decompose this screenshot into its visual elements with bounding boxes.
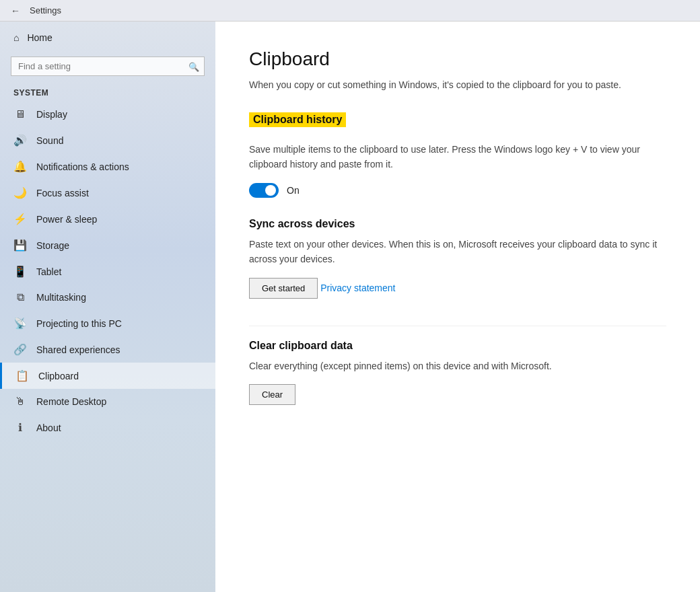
sidebar-item-home[interactable]: ⌂ Home <box>0 22 215 54</box>
clipboard-icon: 📋 <box>15 369 29 382</box>
toggle-thumb <box>265 185 276 196</box>
multitasking-icon: ⧉ <box>13 291 27 303</box>
sidebar-item-tablet[interactable]: 📱 Tablet <box>0 258 215 285</box>
sidebar-item-notifications[interactable]: 🔔 Notifications & actions <box>0 153 215 180</box>
sidebar-item-label: Sound <box>36 135 63 146</box>
main-layout: ⌂ Home 🔍 System 🖥 Display 🔊 Sound 🔔 Noti… <box>0 22 700 592</box>
sound-icon: 🔊 <box>13 134 27 147</box>
sidebar-item-multitasking[interactable]: ⧉ Multitasking <box>0 285 215 310</box>
sidebar-item-focus-assist[interactable]: 🌙 Focus assist <box>0 180 215 206</box>
clipboard-history-description: Save multiple items to the clipboard to … <box>249 142 666 172</box>
focus-assist-icon: 🌙 <box>13 186 27 199</box>
tablet-icon: 📱 <box>13 265 27 278</box>
search-input[interactable] <box>11 57 205 76</box>
sidebar-item-label: Focus assist <box>36 188 89 198</box>
privacy-statement-link[interactable]: Privacy statement <box>320 283 395 293</box>
toggle-track <box>249 183 279 198</box>
search-box: 🔍 <box>11 57 205 76</box>
get-started-button[interactable]: Get started <box>249 278 318 299</box>
sidebar-item-projecting[interactable]: 📡 Projecting to this PC <box>0 310 215 336</box>
sidebar-section-label: System <box>0 84 215 102</box>
back-button[interactable]: ← <box>8 4 23 17</box>
sync-devices-description: Paste text on your other devices. When t… <box>249 237 666 267</box>
page-description: When you copy or cut something in Window… <box>249 78 666 92</box>
sidebar-item-storage[interactable]: 💾 Storage <box>0 232 215 258</box>
clipboard-history-toggle-row: On <box>249 183 666 198</box>
search-icon: 🔍 <box>188 61 199 71</box>
shared-experiences-icon: 🔗 <box>13 343 27 356</box>
sidebar-item-label: Shared experiences <box>36 344 120 355</box>
sidebar-item-about[interactable]: ℹ About <box>0 414 215 441</box>
clear-clipboard-description: Clear everything (except pinned items) o… <box>249 359 666 373</box>
sidebar-item-display[interactable]: 🖥 Display <box>0 102 215 127</box>
clear-clipboard-heading: Clear clipboard data <box>249 340 666 352</box>
titlebar: ← Settings <box>0 0 700 22</box>
power-sleep-icon: ⚡ <box>13 213 27 225</box>
sidebar-home-label: Home <box>27 32 52 43</box>
sidebar-item-label: Storage <box>36 240 69 251</box>
sidebar-item-label: Notifications & actions <box>36 161 129 172</box>
sidebar-item-clipboard[interactable]: 📋 Clipboard <box>0 363 215 389</box>
clear-button[interactable]: Clear <box>249 384 295 405</box>
toggle-label: On <box>287 185 300 196</box>
sidebar-item-label: Projecting to this PC <box>36 318 122 329</box>
sidebar: ⌂ Home 🔍 System 🖥 Display 🔊 Sound 🔔 Noti… <box>0 22 215 592</box>
sidebar-item-label: Remote Desktop <box>36 396 106 407</box>
content-area: Clipboard When you copy or cut something… <box>215 22 700 592</box>
sidebar-item-shared-experiences[interactable]: 🔗 Shared experiences <box>0 336 215 363</box>
sidebar-item-label: Multitasking <box>36 292 86 303</box>
divider <box>249 326 666 326</box>
sidebar-item-power-sleep[interactable]: ⚡ Power & sleep <box>0 206 215 232</box>
sidebar-item-label: Tablet <box>36 266 61 277</box>
about-icon: ℹ <box>13 421 27 434</box>
sidebar-item-label: Clipboard <box>38 371 79 381</box>
sidebar-item-sound[interactable]: 🔊 Sound <box>0 127 215 153</box>
projecting-icon: 📡 <box>13 317 27 330</box>
remote-desktop-icon: 🖱 <box>13 396 27 408</box>
sync-devices-heading: Sync across devices <box>249 218 666 230</box>
titlebar-title: Settings <box>30 5 61 15</box>
sidebar-item-label: About <box>36 422 61 433</box>
clipboard-history-toggle[interactable] <box>249 183 279 198</box>
home-icon: ⌂ <box>13 32 19 43</box>
clipboard-history-heading: Clipboard history <box>249 112 346 127</box>
storage-icon: 💾 <box>13 239 27 252</box>
page-title: Clipboard <box>249 48 666 70</box>
sidebar-item-remote-desktop[interactable]: 🖱 Remote Desktop <box>0 389 215 414</box>
display-icon: 🖥 <box>13 108 27 120</box>
notifications-icon: 🔔 <box>13 160 27 173</box>
sidebar-item-label: Display <box>36 109 67 120</box>
sidebar-item-label: Power & sleep <box>36 214 97 225</box>
